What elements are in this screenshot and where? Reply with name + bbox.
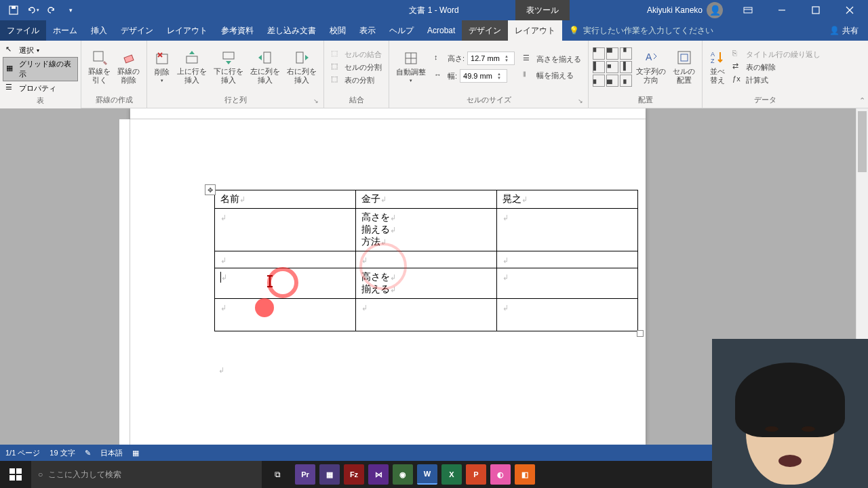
table-cell[interactable]: 晃之↲: [497, 190, 638, 209]
height-input[interactable]: ▲▼: [467, 52, 515, 65]
distribute-rows-button[interactable]: ☰高さを揃える: [520, 53, 584, 65]
sort-button[interactable]: AZ並べ 替え: [707, 48, 728, 86]
view-gridlines-button[interactable]: ▦グリッド線の表示: [3, 57, 78, 81]
insert-left-button[interactable]: 左に列を 挿入: [248, 48, 283, 86]
align-tl[interactable]: ▘: [593, 47, 605, 60]
align-tr[interactable]: ▝: [620, 47, 632, 60]
table-cell[interactable]: 高さを↲揃える↲方法↲: [356, 209, 497, 251]
table-cell[interactable]: ↲: [356, 299, 497, 331]
table-cell[interactable]: 名前↲: [215, 190, 356, 209]
minimize-button[interactable]: [766, 0, 797, 20]
formula-button[interactable]: ƒx計算式: [730, 74, 823, 86]
table-cell[interactable]: ↲: [215, 209, 356, 251]
tab-help[interactable]: ヘルプ: [382, 20, 420, 41]
table-cell[interactable]: ↲: [497, 209, 638, 251]
merge-cells-button[interactable]: ⬚セルの結合: [328, 48, 384, 60]
split-cells-button[interactable]: ⬚セルの分割: [328, 61, 384, 73]
tab-view[interactable]: 表示: [353, 20, 382, 41]
taskbar-app[interactable]: Pr: [295, 464, 315, 485]
distribute-cols-button[interactable]: ⫴幅を揃える: [520, 69, 584, 81]
select-button[interactable]: ↖選択▾: [3, 43, 78, 57]
table-cell[interactable]: ↲: [497, 251, 638, 268]
align-mc[interactable]: ■: [606, 61, 618, 73]
scrollbar-thumb[interactable]: [858, 111, 867, 172]
taskbar-app[interactable]: ◐: [490, 464, 511, 485]
tab-design[interactable]: デザイン: [114, 20, 160, 41]
document-table[interactable]: 名前↲金子↲晃之↲ ↲高さを↲揃える↲方法↲↲ ↲↲↲ ↲高さを↲揃える↲↲ ↲…: [214, 190, 638, 331]
tab-table-design[interactable]: デザイン: [462, 20, 508, 41]
share-button[interactable]: 👤 共有: [820, 20, 868, 41]
dialog-launcher-icon[interactable]: ↘: [313, 98, 321, 106]
tell-me-search[interactable]: 💡 実行したい作業を入力してください: [562, 20, 820, 41]
tab-insert[interactable]: 挿入: [84, 20, 114, 41]
table-cell[interactable]: 金子↲: [356, 190, 497, 209]
eraser-button[interactable]: 罫線の 削除: [115, 48, 142, 86]
ribbon-mode-icon[interactable]: [732, 0, 764, 20]
align-bc[interactable]: ▄: [606, 75, 618, 87]
svg-rect-5: [812, 7, 819, 14]
taskbar-excel[interactable]: X: [441, 464, 462, 485]
dialog-launcher-icon[interactable]: ↘: [578, 98, 586, 106]
autofit-button[interactable]: 自動調整▾: [393, 49, 429, 85]
close-button[interactable]: [834, 0, 865, 20]
taskbar-search[interactable]: ○ここに入力して検索: [31, 461, 262, 488]
align-bl[interactable]: ▖: [593, 75, 605, 87]
tab-layout[interactable]: レイアウト: [160, 20, 214, 41]
align-tc[interactable]: ▀: [606, 47, 618, 60]
tab-table-layout[interactable]: レイアウト: [508, 20, 562, 41]
task-view-icon[interactable]: ⧉: [262, 461, 293, 488]
draw-table-button[interactable]: 罫線を 引く: [85, 48, 113, 86]
language-indicator[interactable]: 日本語: [100, 448, 123, 458]
taskbar-app[interactable]: ▦: [319, 464, 340, 485]
table-cell[interactable]: ↲: [497, 268, 638, 299]
text-direction-button[interactable]: A文字列の 方向: [633, 48, 669, 86]
tab-home[interactable]: ホーム: [46, 20, 84, 41]
taskbar-powerpoint[interactable]: P: [466, 464, 486, 485]
align-mr[interactable]: ▐: [620, 61, 632, 73]
table-cell[interactable]: ↲: [497, 299, 638, 331]
taskbar-app[interactable]: ◉: [393, 464, 413, 485]
width-input[interactable]: ▲▼: [460, 69, 507, 83]
insert-above-button[interactable]: 上に行を 挿入: [174, 48, 210, 86]
start-button[interactable]: [0, 461, 31, 488]
word-count[interactable]: 19 文字: [50, 448, 75, 458]
tab-mailings[interactable]: 差し込み文書: [260, 20, 323, 41]
taskbar-app[interactable]: Fz: [344, 464, 364, 485]
taskbar-app[interactable]: ◧: [515, 464, 535, 485]
table-cell[interactable]: 高さを↲揃える↲: [356, 268, 497, 299]
page-indicator[interactable]: 1/1 ページ: [5, 448, 40, 458]
undo-icon[interactable]: ▾: [24, 2, 41, 18]
cell-margins-button[interactable]: セルの 配置: [670, 48, 698, 86]
taskbar-word[interactable]: W: [417, 464, 437, 485]
repeat-header-button[interactable]: ⎘タイトル行の繰り返し: [730, 48, 823, 60]
insert-right-button[interactable]: 右に列を 挿入: [284, 48, 319, 86]
delete-button[interactable]: 削除▾: [151, 49, 173, 85]
save-icon[interactable]: [5, 2, 22, 18]
tab-acrobat[interactable]: Acrobat: [420, 20, 462, 41]
horizontal-ruler[interactable]: [130, 108, 646, 119]
tab-review[interactable]: 校閲: [323, 20, 353, 41]
account-button[interactable]: Akiyuki Kaneko 👤: [640, 2, 730, 18]
table-move-handle[interactable]: ✥: [205, 184, 216, 195]
align-br[interactable]: ▗: [620, 75, 632, 87]
macro-icon[interactable]: ▦: [132, 449, 139, 458]
table-cell[interactable]: ↲: [356, 251, 497, 268]
split-table-button[interactable]: ⬚表の分割: [328, 74, 384, 86]
spellcheck-icon[interactable]: ✎: [85, 449, 91, 458]
tab-references[interactable]: 参考資料: [214, 20, 260, 41]
table-cell[interactable]: ↲: [215, 299, 356, 331]
collapse-ribbon-icon[interactable]: ⌃: [859, 96, 865, 105]
table-cell[interactable]: ↲: [215, 268, 356, 299]
table-cell[interactable]: ↲: [215, 251, 356, 268]
qat-customize-icon[interactable]: ▾: [62, 2, 79, 18]
convert-button[interactable]: ⇄表の解除: [730, 61, 823, 73]
tab-file[interactable]: ファイル: [0, 20, 46, 41]
maximize-button[interactable]: [800, 0, 831, 20]
vertical-ruler[interactable]: [119, 119, 130, 445]
redo-icon[interactable]: [43, 2, 60, 18]
properties-button[interactable]: ☰プロパティ: [3, 81, 78, 95]
align-ml[interactable]: ▌: [593, 61, 605, 73]
taskbar-app[interactable]: ⋈: [368, 464, 389, 485]
table-resize-handle[interactable]: [637, 330, 644, 337]
insert-below-button[interactable]: 下に行を 挿入: [211, 48, 246, 86]
